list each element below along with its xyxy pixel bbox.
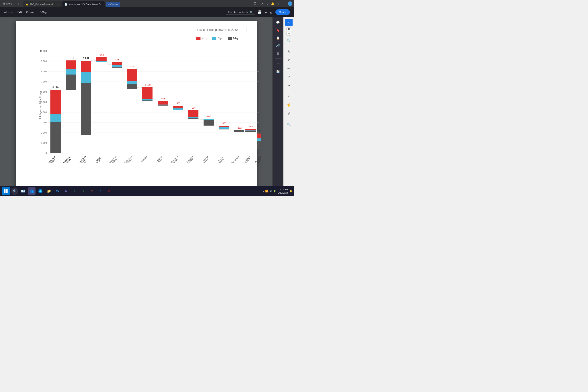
bar7-ch4	[142, 88, 152, 98]
esign-button[interactable]: E-Sign	[40, 10, 47, 14]
bar1-n2o	[50, 114, 61, 122]
chevron-up-icon[interactable]: ∧	[285, 48, 292, 55]
apps-icon[interactable]: ⋮⋮⋮	[277, 2, 286, 5]
clock[interactable]: 1:16 AM 9/30/2024	[278, 188, 288, 194]
bar9-co2	[173, 110, 183, 110]
chevron-down-icon[interactable]: ∨	[285, 56, 292, 64]
edge-icon	[38, 189, 43, 193]
bar6-ch4	[127, 69, 137, 81]
svg-text:1 000: 1 000	[41, 142, 47, 144]
taskbar-zoom[interactable]: Z	[97, 188, 104, 195]
taskbar-onenote[interactable]: N	[62, 188, 70, 195]
battery-icon: 🔋	[274, 190, 276, 192]
home-button[interactable]: ⌂	[16, 1, 22, 6]
taskbar-edge[interactable]	[37, 188, 44, 195]
help-icon[interactable]: ?	[267, 2, 268, 5]
bar5-co2	[112, 67, 122, 68]
bar5-value: -453	[114, 58, 119, 61]
bar12-value: -453	[222, 122, 226, 124]
chart-title: Low-emission pathways to 2050	[28, 27, 246, 32]
upload-icon[interactable]: ☁	[264, 10, 267, 14]
search-box[interactable]: Find text or tools 🔍	[226, 10, 255, 15]
browser-menu-button[interactable]: ☰ Menu	[2, 2, 14, 6]
pen-icon[interactable]: ✏	[285, 65, 292, 72]
save-icon[interactable]: 💾	[274, 68, 282, 75]
zoom-in-icon[interactable]: 🔍	[285, 37, 292, 44]
redo-icon[interactable]: ↪	[285, 82, 292, 89]
text-select-icon[interactable]: A̲	[285, 93, 292, 100]
comment-icon[interactable]: 💬	[274, 19, 282, 26]
save-to-computer-icon[interactable]: 💾	[258, 10, 262, 14]
tab-label-2: Inventory of U.S. Greenhouse G...	[68, 3, 102, 6]
copy-icon[interactable]: 📋	[274, 34, 282, 42]
browser-tab-2[interactable]: 📄 Inventory of U.S. Greenhouse G...	[62, 1, 105, 7]
cursor-tool[interactable]: ↖	[285, 19, 292, 26]
notifications-badge[interactable]: 🔔	[290, 190, 292, 192]
taskbar-word[interactable]: W	[54, 188, 61, 195]
svg-rect-25	[6, 191, 8, 193]
zoom-out-icon[interactable]: 🔍	[285, 121, 292, 128]
bar14-value: -150	[248, 125, 253, 128]
more-options-icon[interactable]: ⋯	[285, 129, 292, 136]
tab-close-1[interactable]: ✕	[57, 3, 59, 6]
bar8-n2o	[158, 104, 168, 105]
browser-action-icons: ? 🔔 ⋮⋮⋮ 🌐	[267, 2, 292, 6]
taskbar-explorer[interactable]: 📁	[45, 188, 53, 195]
undo-icon[interactable]: ↩	[285, 73, 292, 81]
close-button[interactable]: ✕	[260, 1, 265, 6]
pdf-viewer[interactable]: Low-emission pathways to 2050 CH4 N20 CO…	[0, 17, 272, 186]
system-tray: ∧ 📶 🔊 🔋	[262, 190, 276, 192]
windows-logo-icon	[4, 189, 8, 193]
link-icon[interactable]: 🔗	[274, 42, 282, 50]
bar15-value: 1 922	[259, 130, 261, 132]
page-number-total: 77	[286, 32, 291, 36]
bar3-co2	[81, 83, 91, 135]
minimize-button[interactable]: —	[244, 1, 250, 6]
bar8-ch4	[158, 101, 168, 104]
nav-separator-1	[286, 46, 292, 46]
edit-button[interactable]: Edit	[18, 10, 22, 14]
hand-icon[interactable]: 🖐	[285, 101, 292, 108]
page-number-current: 31	[286, 27, 291, 31]
maximize-button[interactable]: ❐	[252, 1, 258, 6]
bar10-co2	[188, 118, 198, 119]
bar2-ch4	[66, 60, 76, 69]
table-icon[interactable]: ⊞	[274, 50, 282, 57]
bar4-co2	[96, 62, 106, 62]
print-icon[interactable]: 🖨	[270, 10, 273, 14]
notifications-icon[interactable]: 🔔	[271, 2, 274, 5]
browser-tab-1[interactable]: ⭐ FAO_PathwayTowardsL... ✕	[23, 1, 62, 7]
taskbar-teams[interactable]: 👥	[28, 188, 36, 195]
share-button[interactable]: Share	[276, 10, 290, 15]
legend-n2o-label: N20	[218, 36, 222, 40]
bookmark-icon[interactable]: 🔖	[274, 26, 282, 34]
main-area: Low-emission pathways to 2050 CH4 N20 CO…	[0, 17, 294, 186]
taskbar-outlook[interactable]: 📧	[20, 188, 27, 195]
home-icon: ⌂	[18, 2, 19, 5]
legend-co2: CO2	[228, 36, 238, 40]
all-tools-button[interactable]: All tools	[4, 10, 14, 14]
taskbar-acrobat[interactable]: A	[105, 188, 113, 195]
bar1-ch4	[50, 90, 61, 114]
bar3-n2o	[81, 72, 91, 83]
bar15-co2	[257, 141, 261, 149]
bar4-value: -362	[99, 54, 104, 56]
bar6-n2o	[127, 81, 137, 84]
svg-text:3 000: 3 000	[41, 121, 47, 124]
crop-icon[interactable]: ⌗	[274, 60, 282, 67]
chart-area: Total emission [Mt of CO2eq] 10 000 9 00…	[38, 43, 246, 164]
svg-text:5 000: 5 000	[41, 101, 47, 103]
profile-icon[interactable]: 🌐	[288, 2, 292, 6]
search-taskbar-button[interactable]: 🔍	[11, 188, 18, 195]
bar6-value: -1 797	[129, 65, 135, 68]
convert-button[interactable]: Convert	[26, 10, 36, 14]
highlight-icon[interactable]: 🖊	[285, 110, 292, 117]
chevron-up-tray-icon[interactable]: ∧	[262, 190, 264, 192]
taskbar-ppt[interactable]: P	[88, 188, 96, 195]
bar2-co2	[66, 74, 76, 90]
taskbar-excel[interactable]: X	[71, 188, 78, 195]
taskbar-spotify[interactable]: ♪	[80, 188, 87, 195]
create-tab-button[interactable]: + Create	[106, 2, 120, 7]
svg-text:4 000: 4 000	[41, 111, 47, 114]
start-button[interactable]	[2, 187, 10, 195]
